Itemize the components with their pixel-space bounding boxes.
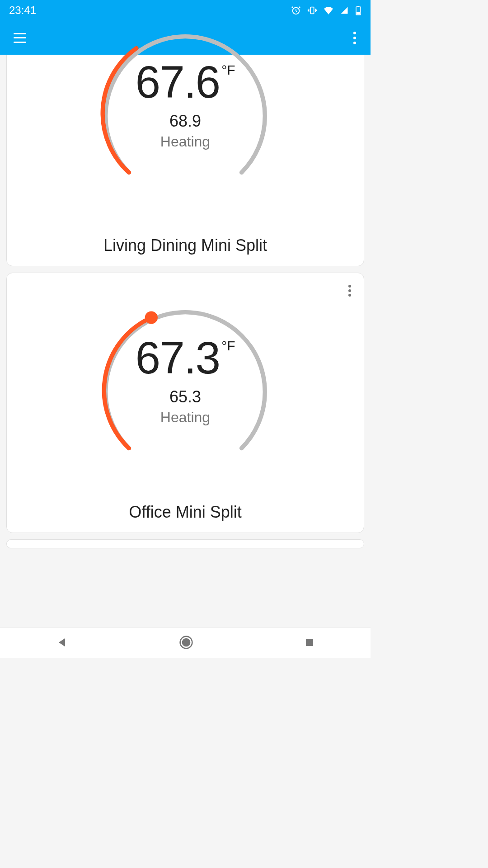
status-time: 23:41	[9, 4, 36, 17]
navigation-bar	[0, 627, 371, 658]
home-button[interactable]	[179, 635, 193, 651]
alarm-icon	[291, 5, 301, 15]
battery-icon	[355, 5, 361, 15]
temperature-unit: °F	[221, 62, 235, 78]
svg-rect-3	[357, 6, 359, 7]
current-temperature: 67.3	[136, 332, 220, 384]
content-area: 67.6 °F 68.9 Heating Living Dining Mini …	[0, 55, 371, 548]
mode-status: Heating	[79, 409, 291, 426]
recents-button[interactable]	[304, 637, 315, 650]
svg-rect-1	[310, 7, 314, 14]
triangle-back-icon	[56, 636, 68, 649]
target-temperature: 68.9	[79, 112, 291, 131]
current-temperature: 67.6	[136, 56, 220, 108]
temperature-gauge[interactable]: 67.3 °F 65.3 Heating	[79, 286, 291, 498]
square-recents-icon	[304, 637, 315, 648]
thermostat-card: 67.3 °F 65.3 Heating Office Mini Split	[6, 273, 364, 533]
temperature-unit: °F	[221, 338, 235, 354]
gauge-readout: 67.6 °F 68.9 Heating	[79, 56, 291, 150]
svg-point-5	[145, 311, 158, 324]
power-mode-button[interactable]	[302, 209, 322, 229]
wifi-icon	[324, 6, 333, 14]
menu-button[interactable]	[14, 33, 26, 43]
target-temperature: 65.3	[79, 387, 291, 406]
mode-status: Heating	[79, 133, 291, 150]
circle-home-icon	[179, 635, 193, 650]
svg-rect-8	[306, 639, 313, 646]
device-name: Living Dining Mini Split	[15, 236, 356, 255]
more-menu-button[interactable]	[352, 30, 358, 46]
back-button[interactable]	[56, 636, 68, 651]
gauge-readout: 67.3 °F 65.3 Heating	[79, 332, 291, 426]
temperature-gauge[interactable]: 67.6 °F 68.9 Heating	[79, 1, 291, 231]
device-name: Office Mini Split	[15, 503, 356, 522]
thermostat-card-partial	[6, 539, 364, 548]
vibrate-icon	[307, 5, 317, 15]
signal-icon	[340, 6, 349, 14]
svg-rect-4	[357, 12, 360, 14]
card-more-button[interactable]	[347, 283, 353, 298]
status-icons	[291, 5, 361, 15]
schedule-mode-button[interactable]	[48, 476, 68, 495]
thermostat-card: 67.6 °F 68.9 Heating Living Dining Mini …	[6, 55, 364, 266]
svg-point-7	[182, 638, 191, 646]
power-mode-button[interactable]	[302, 476, 322, 495]
schedule-mode-button[interactable]	[48, 209, 68, 229]
